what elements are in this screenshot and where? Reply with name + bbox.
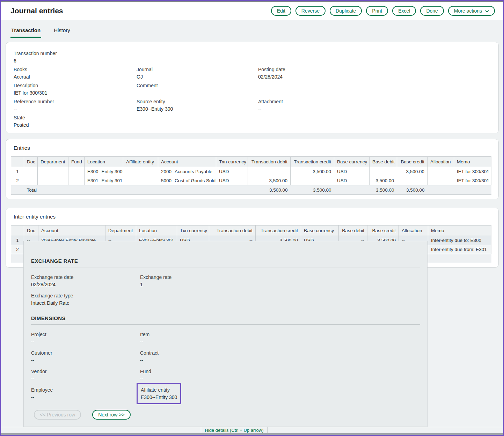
- dimensions-fields: Project -- Item -- Customer -- Contract …: [31, 332, 420, 400]
- tab-bar: Transaction History: [0, 20, 504, 38]
- field-state: State Posted: [14, 115, 137, 131]
- edit-button[interactable]: Edit: [271, 6, 291, 16]
- row-navigation-buttons: << Previous row Next row >>: [34, 410, 131, 420]
- field-source-entity: Source entity E300--Entity 300: [137, 99, 258, 115]
- field-customer: Customer --: [31, 350, 140, 363]
- dimensions-heading: DIMENSIONS: [31, 315, 420, 321]
- hide-details-tab[interactable]: Hide details (Ctrl + Up arrow): [201, 427, 268, 434]
- field-reference-number: Reference number --: [14, 99, 137, 115]
- field-attachment: Attachment --: [258, 99, 491, 115]
- inter-entity-title: Inter-entity entries: [14, 214, 494, 220]
- field-posting-date: Posting date 02/28/2024: [258, 67, 491, 83]
- inter-entity-header-row: Doc Account Department Location Txn curr…: [11, 226, 491, 236]
- done-button[interactable]: Done: [420, 6, 444, 16]
- transaction-fields-grid: Transaction number 6 Books Accrual Journ…: [14, 51, 491, 131]
- entries-row-2[interactable]: 2 -- -- -- E301--Entity 301 -- 5000--Cos…: [11, 176, 491, 185]
- exchange-rate-fields: Exchange rate date 02/28/2024 Exchange r…: [31, 274, 420, 306]
- row-details-overlay: EXCHANGE RATE Exchange rate date 02/28/2…: [23, 241, 428, 427]
- field-books: Books Accrual: [14, 67, 137, 83]
- tab-history[interactable]: History: [53, 27, 71, 38]
- next-row-button[interactable]: Next row >>: [92, 410, 130, 420]
- field-contract: Contract --: [140, 350, 420, 363]
- entries-total-label: Total: [24, 185, 85, 195]
- chevron-down-icon: [485, 8, 489, 14]
- more-actions-button[interactable]: More actions: [448, 6, 495, 16]
- field-exchange-rate-type: Exchange rate type Intacct Daily Rate: [31, 293, 140, 306]
- affiliate-entity-highlight-box: Affiliate entity E300--Entity 300: [141, 387, 177, 400]
- entries-title: Entries: [14, 145, 494, 151]
- transaction-details-panel: Transaction number 6 Books Accrual Journ…: [6, 42, 499, 133]
- entries-row-1[interactable]: 1 -- -- -- E300--Entity 300 -- 2000--Acc…: [11, 167, 491, 176]
- entries-total-base-credit: 3,500.00: [397, 185, 428, 195]
- entries-total-base-debit: 3,500.00: [370, 185, 397, 195]
- excel-button[interactable]: Excel: [392, 6, 416, 16]
- page-title: Journal entries: [10, 7, 63, 15]
- duplicate-button[interactable]: Duplicate: [330, 6, 362, 16]
- app-header: Journal entries Edit Reverse Duplicate P…: [0, 2, 504, 20]
- field-fund: Fund --: [140, 369, 420, 382]
- field-description: Description IET for 300/301: [14, 83, 137, 99]
- exchange-rate-divider: [31, 267, 420, 267]
- previous-row-button[interactable]: << Previous row: [34, 410, 81, 420]
- journal-entries-screen: Journal entries Edit Reverse Duplicate P…: [0, 0, 504, 436]
- exchange-rate-heading: EXCHANGE RATE: [31, 258, 420, 264]
- entries-table: Doc Department Fund Location Affiliate e…: [11, 156, 491, 195]
- field-exchange-rate-date: Exchange rate date 02/28/2024: [31, 274, 140, 288]
- field-comment: Comment: [137, 83, 258, 99]
- dimensions-divider: [31, 324, 420, 325]
- field-journal: Journal GJ: [137, 67, 258, 83]
- entries-total-transaction-credit: 3,500.00: [291, 185, 334, 195]
- inter-entity-row-2-memo: Inter-entity due from: E301: [428, 245, 491, 254]
- entries-total-row: Total 3,500.00 3,500.00 3,500.00 3,500.0…: [11, 185, 491, 195]
- field-affiliate-entity-highlighted: Affiliate entity E300--Entity 300: [140, 387, 420, 400]
- entries-header-row: Doc Department Fund Location Affiliate e…: [11, 157, 491, 167]
- field-item: Item --: [140, 332, 420, 345]
- reverse-button[interactable]: Reverse: [295, 6, 326, 16]
- footer-strip: Hide details (Ctrl + Up arrow): [1, 427, 503, 433]
- tab-transaction[interactable]: Transaction: [10, 27, 41, 38]
- field-project: Project --: [31, 332, 140, 345]
- entries-total-transaction-debit: 3,500.00: [248, 185, 291, 195]
- entries-panel: Entries Doc Department Fund Location Aff…: [6, 139, 499, 199]
- window-bottom-edge: [1, 433, 503, 435]
- more-actions-label: More actions: [454, 8, 482, 14]
- field-transaction-number: Transaction number 6: [14, 51, 137, 67]
- field-vendor: Vendor --: [31, 369, 140, 382]
- field-employee: Employee --: [31, 387, 140, 400]
- print-button[interactable]: Print: [366, 6, 388, 16]
- field-exchange-rate: Exchange rate 1: [140, 274, 420, 288]
- toolbar: Edit Reverse Duplicate Print Excel Done …: [271, 6, 495, 16]
